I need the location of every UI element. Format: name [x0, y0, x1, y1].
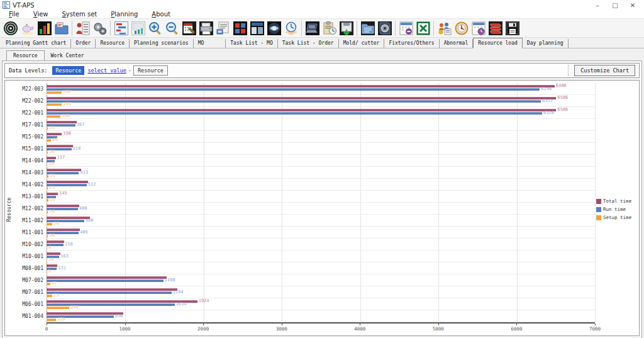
- gear-book-icon[interactable]: [376, 20, 393, 37]
- run-value-label: 512: [88, 183, 96, 186]
- run-bar: [47, 291, 172, 294]
- tab-resource[interactable]: Resource: [96, 39, 130, 48]
- bar-line: 195: [47, 103, 595, 106]
- setup-value-label: 25: [50, 174, 55, 177]
- menu-item-system-set[interactable]: System set: [55, 11, 103, 18]
- clock-pointer-icon[interactable]: [282, 20, 299, 37]
- legend-label: Total time: [603, 198, 631, 204]
- subtab-work-center[interactable]: Work Center: [45, 51, 91, 60]
- legend-swatch: [596, 215, 601, 220]
- run-value-label: 1490: [165, 279, 175, 282]
- toolbar-separator: [110, 21, 111, 36]
- row-label: M07-001: [6, 286, 47, 298]
- run-value-label: 856: [115, 315, 123, 318]
- setup-bar: [47, 103, 62, 106]
- row-label: M14-003: [6, 167, 47, 179]
- run-value-label: 413: [80, 171, 88, 174]
- clipboard-computer-icon[interactable]: [214, 20, 231, 37]
- gantt-chart-icon[interactable]: [113, 20, 130, 37]
- maximize-button[interactable]: □: [606, 2, 624, 9]
- dashboard-grid-icon[interactable]: [231, 20, 248, 37]
- calendar-tools-icon[interactable]: [180, 20, 197, 37]
- legend-item: Setup time: [596, 215, 638, 220]
- total-value-label: 196: [63, 132, 71, 135]
- report-chart-icon[interactable]: [130, 20, 147, 37]
- setup-bar: [47, 127, 48, 130]
- zoom-in-icon[interactable]: [147, 20, 164, 37]
- setup-bar: [47, 283, 50, 285]
- customize-chart-button[interactable]: Customize Chart: [574, 65, 635, 76]
- subtab-resource[interactable]: Resource: [6, 50, 45, 60]
- tab-order[interactable]: Order: [71, 39, 96, 48]
- menu-item-planning[interactable]: Planning: [104, 11, 144, 18]
- setup-value-label: 290: [70, 306, 79, 309]
- tab-mold-cutter[interactable]: Mold/ cutter: [339, 39, 385, 48]
- chart-row: M13-00114525: [6, 191, 595, 203]
- compass-clock-icon[interactable]: [453, 20, 470, 37]
- analysis-chart-icon[interactable]: [36, 20, 53, 37]
- row-label: M14-004: [6, 155, 47, 167]
- setup-value-label: 76: [53, 222, 58, 225]
- save-disk-icon[interactable]: [504, 20, 521, 37]
- dashboard-panel-icon[interactable]: [248, 20, 265, 37]
- database-stack-icon[interactable]: [487, 20, 504, 37]
- row-track: 40020: [47, 203, 595, 215]
- folder-files-icon[interactable]: [359, 20, 376, 37]
- setup-bar: [47, 259, 47, 261]
- x-tick-mark: [203, 324, 204, 325]
- tab-task-list-order[interactable]: Task List - Order: [278, 39, 339, 48]
- run-value-label: 367: [77, 123, 85, 127]
- toolbar-splitter[interactable]: [568, 65, 570, 76]
- chart-row: M22-00165066326180: [6, 107, 595, 119]
- printer-icon[interactable]: [197, 20, 214, 37]
- x-tick-mark: [516, 324, 517, 325]
- row-track: 65066326180: [47, 107, 595, 119]
- tea-service-icon[interactable]: [19, 20, 36, 37]
- laptop-icon[interactable]: [304, 20, 321, 37]
- clipboard-clock-icon[interactable]: [321, 20, 338, 37]
- close-button[interactable]: ✕: [624, 2, 641, 9]
- total-bar: [47, 193, 58, 195]
- tab-day-planning[interactable]: Day planning: [523, 39, 569, 48]
- globe-icon[interactable]: [265, 20, 282, 37]
- tab-resource-load[interactable]: Resource load: [473, 38, 523, 48]
- menu-item-file[interactable]: File: [3, 11, 26, 18]
- bar-line: 47: [47, 282, 595, 285]
- tab-mo[interactable]: MO: [194, 39, 226, 48]
- personnel-icon[interactable]: [74, 20, 91, 37]
- minimize-button[interactable]: –: [589, 2, 606, 9]
- menu-item-view[interactable]: View: [27, 11, 55, 18]
- total-bar: [47, 97, 556, 99]
- calendar-schedule-icon[interactable]: [397, 20, 414, 37]
- tab-fixtures-others[interactable]: Fixtures/Others: [384, 39, 439, 48]
- total-bar: [47, 145, 73, 147]
- resource-level-chip[interactable]: Resource: [52, 66, 84, 75]
- bar-line: 3: [47, 270, 595, 273]
- tab-abnormal[interactable]: Abnormal: [440, 39, 474, 48]
- zoom-out-icon[interactable]: [164, 20, 180, 37]
- total-bar: [47, 240, 64, 243]
- team-planning-icon[interactable]: [436, 20, 453, 37]
- x-tick-mark: [282, 324, 282, 325]
- tab-task-list-mo[interactable]: Task List - MO: [226, 39, 277, 48]
- tab-planning-scenarios[interactable]: Planning scenarios: [130, 39, 194, 48]
- total-bar: [47, 109, 556, 111]
- run-bar: [47, 100, 541, 103]
- setup-bar: [47, 187, 48, 189]
- save-data-icon[interactable]: [338, 20, 355, 37]
- system-run-icon[interactable]: [2, 20, 19, 37]
- menu-item-about[interactable]: About: [145, 11, 177, 18]
- toolbar-separator: [357, 21, 357, 36]
- bar-line: 6506: [47, 96, 595, 99]
- plan-folder-icon[interactable]: [53, 20, 70, 37]
- x-tick-label: 0: [45, 326, 48, 332]
- menu-bar: FileViewSystem setPlanningAbout: [0, 10, 644, 19]
- select-value-link[interactable]: select value: [87, 67, 126, 74]
- chart-row: M22-00364866296190: [6, 83, 595, 95]
- calendar-clock-icon[interactable]: [470, 20, 487, 37]
- settings-gears-icon[interactable]: [91, 20, 108, 37]
- tab-planning-gantt-chart[interactable]: Planning Gantt chart: [1, 39, 71, 48]
- resource-level-button[interactable]: Resource: [133, 65, 168, 76]
- excel-export-icon[interactable]: [414, 20, 431, 37]
- total-bar: [47, 264, 57, 267]
